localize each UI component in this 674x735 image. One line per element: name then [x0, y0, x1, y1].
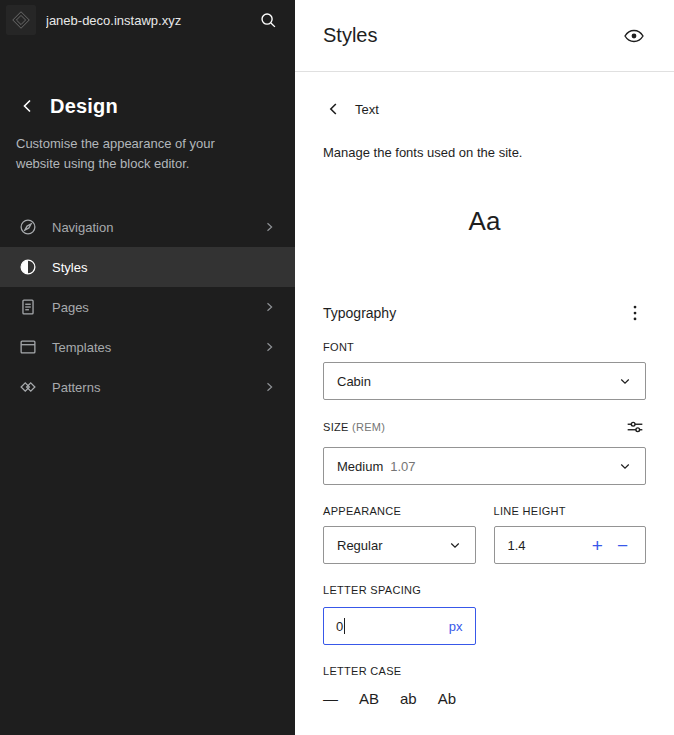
line-height-value[interactable]: 1.4 — [508, 538, 585, 553]
line-height-group: Line height 1.4 + − — [494, 505, 647, 564]
typography-section-header: Typography — [323, 301, 646, 325]
letter-case-group: Letter case — AB ab Ab — [323, 665, 646, 717]
chevron-down-icon — [615, 456, 635, 476]
font-value: Cabin — [337, 374, 371, 389]
letter-spacing-input[interactable]: 0 px — [323, 607, 476, 645]
letter-case-none-button[interactable]: — — [323, 690, 338, 707]
letter-spacing-label: Letter spacing — [323, 584, 646, 596]
sidebar-item-label: Templates — [52, 340, 247, 355]
style-book-eye-icon[interactable] — [622, 24, 646, 48]
size-value: Medium — [337, 459, 383, 474]
sidebar-item-label: Styles — [52, 260, 279, 275]
design-header: Design — [0, 94, 295, 118]
text-back-row: Text — [323, 98, 646, 120]
design-description: Customise the appearance of your website… — [16, 134, 251, 173]
site-hub: janeb-deco.instawp.xyz — [0, 0, 295, 40]
font-group: Font Cabin — [323, 341, 646, 400]
panel-title: Styles — [323, 24, 377, 47]
chevron-down-icon — [615, 371, 635, 391]
styles-panel-header: Styles — [295, 0, 674, 72]
letter-case-lowercase-button[interactable]: ab — [400, 690, 417, 707]
letter-spacing-unit[interactable]: px — [449, 619, 463, 634]
letter-spacing-value: 0 — [336, 619, 343, 634]
site-editor: janeb-deco.instawp.xyz Design Customise … — [0, 0, 674, 735]
size-unit-label: (REM) — [352, 421, 385, 433]
letter-case-capitalize-button[interactable]: Ab — [438, 690, 456, 707]
site-icon[interactable] — [6, 5, 36, 35]
pages-icon — [16, 295, 40, 319]
sidebar-item-patterns[interactable]: Patterns — [0, 367, 295, 407]
back-icon[interactable] — [323, 98, 345, 120]
text-caret — [344, 618, 345, 634]
styles-panel-body: Text Manage the fonts used on the site. … — [295, 72, 674, 717]
appearance-select[interactable]: Regular — [323, 526, 476, 564]
size-label: Size (REM) — [323, 421, 385, 433]
sidebar-item-styles[interactable]: Styles — [0, 247, 295, 287]
appearance-value: Regular — [337, 538, 383, 553]
size-settings-sliders-icon[interactable] — [624, 416, 646, 438]
navigation-icon — [16, 215, 40, 239]
sidebar-item-label: Patterns — [52, 380, 247, 395]
letter-case-options: — AB ab Ab — [323, 690, 646, 717]
design-title: Design — [50, 95, 118, 118]
chevron-down-icon — [445, 535, 465, 555]
sidebar-item-templates[interactable]: Templates — [0, 327, 295, 367]
sidebar-item-label: Pages — [52, 300, 247, 315]
sidebar-item-pages[interactable]: Pages — [0, 287, 295, 327]
styles-icon — [16, 255, 40, 279]
decrement-button[interactable]: − — [610, 536, 635, 555]
typography-options-kebab-icon[interactable] — [624, 302, 646, 324]
appearance-group: Appearance Regular — [323, 505, 476, 564]
text-section-label: Text — [355, 102, 379, 117]
font-label: Font — [323, 341, 646, 353]
font-select[interactable]: Cabin — [323, 362, 646, 400]
letter-spacing-group: Letter spacing 0 px — [323, 584, 646, 645]
chevron-right-icon — [259, 217, 279, 237]
font-preview: Aa — [323, 206, 646, 237]
typography-title: Typography — [323, 305, 396, 321]
fonts-description: Manage the fonts used on the site. — [323, 145, 646, 160]
letter-case-label: Letter case — [323, 665, 646, 677]
styles-panel: Styles Text Manage the fonts used on the… — [295, 0, 674, 735]
letter-case-uppercase-button[interactable]: AB — [359, 690, 379, 707]
size-value-number: 1.07 — [390, 459, 415, 474]
search-icon[interactable] — [257, 9, 279, 31]
increment-button[interactable]: + — [585, 536, 610, 555]
chevron-right-icon — [259, 377, 279, 397]
size-select[interactable]: Medium 1.07 — [323, 447, 646, 485]
site-title[interactable]: janeb-deco.instawp.xyz — [46, 13, 247, 28]
design-menu: Navigation Styles — [0, 207, 295, 407]
chevron-right-icon — [259, 297, 279, 317]
line-height-stepper[interactable]: 1.4 + − — [494, 526, 647, 564]
appearance-label: Appearance — [323, 505, 476, 517]
patterns-icon — [16, 375, 40, 399]
line-height-label: Line height — [494, 505, 647, 517]
sidebar: janeb-deco.instawp.xyz Design Customise … — [0, 0, 295, 735]
chevron-right-icon — [259, 337, 279, 357]
size-group: Size (REM) Medium — [323, 416, 646, 485]
templates-icon — [16, 335, 40, 359]
sidebar-item-label: Navigation — [52, 220, 247, 235]
sidebar-item-navigation[interactable]: Navigation — [0, 207, 295, 247]
back-icon[interactable] — [16, 94, 40, 118]
appearance-lineheight-row: Appearance Regular Line height 1.4 — [323, 505, 646, 564]
